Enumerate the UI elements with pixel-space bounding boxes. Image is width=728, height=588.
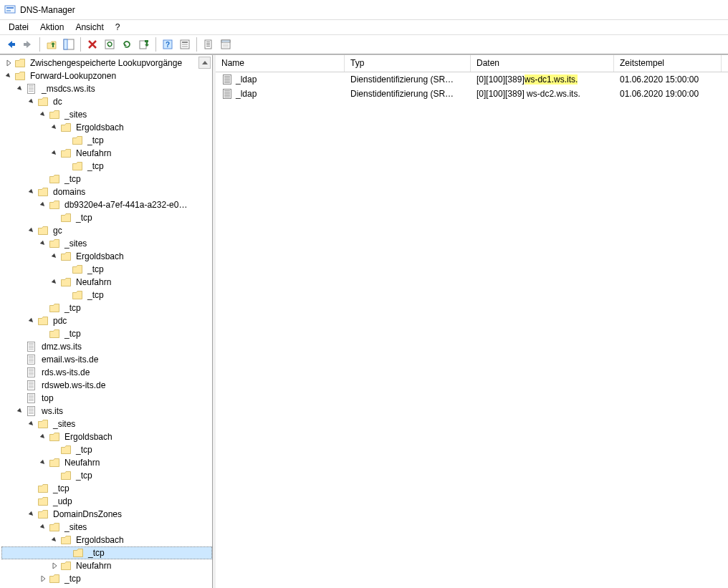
- toggle-icon[interactable]: [50, 123, 59, 132]
- tree-row[interactable]: Ergoldsbach: [1, 534, 212, 546]
- tree-row[interactable]: Neufahrn: [1, 456, 212, 469]
- toggle-icon[interactable]: [50, 562, 59, 570]
- back-button[interactable]: [3, 37, 19, 52]
- col-header-type[interactable]: Typ: [345, 55, 471, 72]
- tree-label: Ergoldsbach: [75, 535, 125, 545]
- new-record-button[interactable]: [201, 37, 216, 52]
- refresh-button[interactable]: [102, 37, 118, 52]
- tree-row[interactable]: Neufahrn: [1, 276, 212, 289]
- svg-rect-57: [29, 399, 34, 400]
- toggle-icon[interactable]: [27, 317, 36, 325]
- toggle-icon[interactable]: [16, 85, 24, 93]
- menu-aktion[interactable]: Aktion: [34, 21, 70, 34]
- toggle-icon[interactable]: [27, 188, 36, 196]
- tree-row[interactable]: _tcp: [1, 469, 212, 482]
- tree-row[interactable]: _tcp: [1, 546, 212, 559]
- list-body[interactable]: _ldapDienstidentifizierung (SR…[0][100][…: [216, 72, 728, 588]
- tree-row[interactable]: _tcp: [1, 289, 212, 302]
- toggle-icon[interactable]: [50, 278, 59, 286]
- tree-row[interactable]: _tcp: [1, 482, 212, 495]
- export-button[interactable]: [136, 37, 152, 52]
- tree-row[interactable]: _sites: [1, 521, 212, 534]
- col-header-data[interactable]: Daten: [471, 55, 614, 72]
- col-header-name[interactable]: Name: [216, 55, 345, 72]
- tree-row[interactable]: _sites: [1, 418, 212, 430]
- tree-node: _tcp: [1, 263, 212, 276]
- tree-row[interactable]: top: [1, 392, 212, 405]
- tree-row[interactable]: rds.ws-its.de: [1, 366, 212, 379]
- forward-button[interactable]: [20, 37, 36, 52]
- tree-row[interactable]: domains: [1, 185, 212, 198]
- menu-help[interactable]: ?: [110, 21, 126, 34]
- tree-row[interactable]: _tcp: [1, 263, 212, 276]
- tree-row[interactable]: _tcp: [1, 302, 212, 314]
- tree-row[interactable]: _tcp: [1, 572, 212, 585]
- menu-datei[interactable]: Datei: [3, 21, 34, 34]
- tree-row[interactable]: _sites: [1, 237, 212, 250]
- record-row[interactable]: _ldapDienstidentifizierung (SR…[0][100][…: [216, 72, 728, 87]
- properties-button[interactable]: [177, 37, 193, 52]
- toggle-icon[interactable]: [50, 252, 59, 261]
- tree-node: email.ws-its.de: [1, 353, 212, 366]
- requery-button[interactable]: [119, 37, 135, 52]
- toolbar-separator: [80, 37, 81, 52]
- tree-row[interactable]: _tcp: [1, 211, 212, 224]
- folder-icon: [37, 496, 49, 507]
- tree-row[interactable]: Ergoldsbach: [1, 250, 212, 263]
- toggle-icon[interactable]: [39, 110, 47, 119]
- showhide-tree-button[interactable]: [61, 37, 77, 52]
- svg-rect-52: [29, 387, 34, 388]
- tree-row[interactable]: _tcp: [1, 443, 212, 456]
- tree-row[interactable]: _tcp: [1, 173, 212, 185]
- toggle-icon[interactable]: [4, 59, 13, 67]
- tree-row[interactable]: Ergoldsbach: [1, 430, 212, 443]
- tree-row[interactable]: Ergoldsbach: [1, 121, 212, 134]
- svg-rect-49: [29, 383, 34, 384]
- record-row[interactable]: _ldapDienstidentifizierung (SR…[0][100][…: [216, 87, 728, 101]
- tree-row[interactable]: Neufahrn: [1, 147, 212, 160]
- tree-row[interactable]: email.ws-its.de: [1, 353, 212, 366]
- toggle-icon[interactable]: [16, 407, 24, 415]
- tree-row[interactable]: dc: [1, 95, 212, 108]
- toggle-icon[interactable]: [39, 574, 47, 583]
- toggle-icon[interactable]: [39, 433, 47, 441]
- svg-rect-50: [29, 385, 34, 385]
- tree-row[interactable]: _tcp: [1, 327, 212, 340]
- new-zone-button[interactable]: [218, 37, 234, 52]
- tree-row[interactable]: Forward-Lookupzonen: [1, 69, 212, 82]
- toggle-icon[interactable]: [27, 226, 36, 235]
- tree-row[interactable]: Neufahrn: [1, 559, 212, 572]
- menu-ansicht[interactable]: Ansicht: [70, 21, 109, 34]
- toggle-icon[interactable]: [50, 149, 59, 158]
- tree-row[interactable]: _tcp: [1, 134, 212, 147]
- tree-row[interactable]: rdsweb.ws-its.de: [1, 379, 212, 392]
- up-button[interactable]: [44, 37, 59, 52]
- tree-row[interactable]: dmz.ws.its: [1, 340, 212, 353]
- toggle-icon[interactable]: [50, 536, 59, 544]
- tree-row[interactable]: pdc: [1, 314, 212, 327]
- tree-row[interactable]: gc: [1, 224, 212, 237]
- toggle-icon[interactable]: [27, 510, 36, 519]
- tree-row[interactable]: Zwischengespeicherte Lookupvorgänge: [1, 57, 212, 69]
- tree-row[interactable]: _tcp: [1, 160, 212, 173]
- tree-row[interactable]: db9320e4-a7ef-441a-a232-e0…: [1, 198, 212, 211]
- toggle-icon[interactable]: [39, 239, 47, 248]
- col-header-ts[interactable]: Zeitstempel: [614, 55, 722, 72]
- toggle-icon[interactable]: [27, 97, 36, 106]
- tree-row[interactable]: ws.its: [1, 405, 212, 418]
- delete-button[interactable]: [85, 37, 100, 52]
- toggle-icon[interactable]: [4, 72, 13, 80]
- tree-row[interactable]: DomainDnsZones: [1, 508, 212, 521]
- tree-row[interactable]: _msdcs.ws.its: [1, 82, 212, 95]
- tree-label: _tcp: [63, 329, 82, 339]
- toggle-icon[interactable]: [39, 458, 47, 467]
- help-button[interactable]: ?: [160, 37, 176, 52]
- scroll-up-button[interactable]: [198, 57, 211, 69]
- toggle-icon[interactable]: [39, 201, 47, 209]
- svg-rect-31: [29, 344, 34, 345]
- toggle-icon[interactable]: [27, 420, 36, 428]
- tree-row[interactable]: _sites: [1, 108, 212, 121]
- tree-pane[interactable]: Zwischengespeicherte LookupvorgängeForwa…: [0, 55, 213, 588]
- toggle-icon[interactable]: [39, 523, 47, 531]
- tree-row[interactable]: _udp: [1, 495, 212, 508]
